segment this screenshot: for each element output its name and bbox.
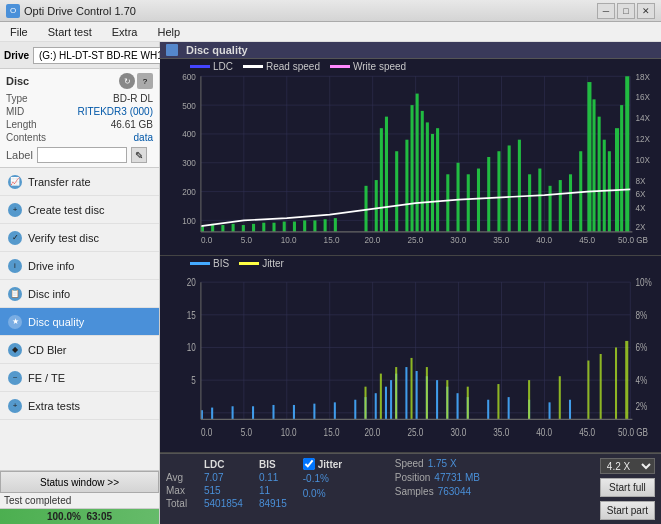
svg-rect-83: [587, 82, 591, 232]
transfer-rate-label: Transfer rate: [28, 176, 91, 188]
menu-file[interactable]: File: [4, 23, 34, 41]
svg-rect-131: [232, 406, 234, 419]
disc-length-row: Length 46.61 GB: [6, 119, 153, 130]
svg-rect-132: [252, 406, 254, 419]
sidebar-item-transfer-rate[interactable]: 📈 Transfer rate: [0, 168, 159, 196]
svg-text:15: 15: [187, 310, 196, 321]
start-part-button[interactable]: Start part: [600, 501, 655, 520]
svg-text:8X: 8X: [635, 175, 645, 186]
stats-table: LDC BIS Avg 7.07 0.11 Max 515 11 Total 5…: [166, 458, 295, 510]
cd-bler-label: CD Bler: [28, 344, 67, 356]
chart-header: Disc quality: [160, 42, 661, 59]
menubar: File Start test Extra Help: [0, 22, 661, 42]
svg-rect-163: [528, 380, 530, 419]
jitter-legend-color: [239, 262, 259, 265]
speed-dropdown[interactable]: 4.2 X: [600, 458, 655, 474]
disc-mid-value: RITEKDR3 (000): [77, 106, 153, 117]
svg-rect-130: [211, 408, 213, 420]
svg-text:600: 600: [182, 71, 196, 82]
maximize-button[interactable]: □: [617, 3, 635, 19]
svg-rect-77: [528, 174, 531, 232]
read-speed-legend-label: Read speed: [266, 61, 320, 72]
svg-text:0.0: 0.0: [201, 235, 213, 246]
svg-rect-155: [364, 387, 366, 420]
svg-rect-88: [615, 128, 619, 232]
svg-text:400: 400: [182, 129, 196, 140]
chart-title: Disc quality: [186, 44, 248, 56]
svg-text:30.0: 30.0: [450, 235, 466, 246]
svg-text:15.0: 15.0: [324, 235, 340, 246]
status-window-button[interactable]: Status window >>: [0, 471, 159, 493]
menu-extra[interactable]: Extra: [106, 23, 144, 41]
label-edit-icon[interactable]: ✎: [131, 147, 147, 163]
minimize-button[interactable]: ─: [597, 3, 615, 19]
svg-rect-161: [467, 387, 469, 420]
svg-text:45.0: 45.0: [579, 427, 595, 438]
svg-text:35.0: 35.0: [493, 235, 509, 246]
action-section: 4.2 X Start full Start part: [600, 458, 655, 520]
disc-label-input[interactable]: [37, 147, 127, 163]
fe-te-icon: ~: [8, 371, 22, 385]
svg-text:25.0: 25.0: [407, 427, 423, 438]
write-speed-legend-color: [330, 65, 350, 68]
svg-text:2%: 2%: [635, 401, 647, 412]
disc-length-value: 46.61 GB: [111, 119, 153, 130]
sidebar-item-disc-info[interactable]: 📋 Disc info: [0, 280, 159, 308]
disc-contents-row: Contents data: [6, 132, 153, 143]
close-button[interactable]: ✕: [637, 3, 655, 19]
svg-rect-66: [426, 122, 429, 232]
main-area: Drive (G:) HL-DT-ST BD-RE WH16NS48 1.D3 …: [0, 42, 661, 524]
svg-rect-70: [457, 163, 460, 232]
svg-rect-69: [446, 174, 449, 232]
svg-rect-80: [559, 180, 562, 232]
sidebar-item-drive-info[interactable]: i Drive info: [0, 252, 159, 280]
svg-rect-52: [293, 222, 296, 232]
svg-rect-146: [436, 380, 438, 419]
drive-info-label: Drive info: [28, 260, 74, 272]
drive-bar: Drive (G:) HL-DT-ST BD-RE WH16NS48 1.D3 …: [0, 42, 159, 69]
jitter-checkbox-row: Jitter: [303, 458, 383, 470]
sidebar-item-cd-bler[interactable]: ◆ CD Bler: [0, 336, 159, 364]
svg-rect-140: [385, 387, 387, 420]
svg-text:30.0: 30.0: [450, 427, 466, 438]
disc-type-row: Type BD-R DL: [6, 93, 153, 104]
jitter-checkbox[interactable]: [303, 458, 315, 470]
stats-bar: LDC BIS Avg 7.07 0.11 Max 515 11 Total 5…: [160, 453, 661, 524]
disc-type-value: BD-R DL: [113, 93, 153, 104]
chart-header-icon: [166, 44, 178, 56]
svg-rect-154: [569, 400, 571, 420]
svg-rect-136: [334, 402, 336, 419]
svg-rect-58: [375, 180, 378, 232]
sidebar-item-extra-tests[interactable]: + Extra tests: [0, 392, 159, 420]
svg-rect-51: [283, 222, 286, 232]
svg-text:8%: 8%: [635, 310, 647, 321]
sidebar-item-create-test-disc[interactable]: + Create test disc: [0, 196, 159, 224]
svg-rect-84: [592, 99, 595, 232]
svg-text:12X: 12X: [635, 134, 650, 145]
menu-start-test[interactable]: Start test: [42, 23, 98, 41]
bis-legend-label: BIS: [213, 258, 229, 269]
svg-rect-135: [313, 404, 315, 420]
status-area: Status window >> Test completed 100.0% 6…: [0, 470, 159, 524]
svg-rect-50: [272, 223, 275, 232]
svg-text:40.0: 40.0: [536, 235, 552, 246]
disc-refresh-icon[interactable]: ↻: [119, 73, 135, 89]
sidebar-item-disc-quality[interactable]: ★ Disc quality: [0, 308, 159, 336]
speed-value: 1.75 X: [428, 458, 457, 469]
svg-rect-49: [262, 223, 265, 232]
max-ldc: 515: [196, 484, 251, 497]
disc-label-text: Label: [6, 149, 33, 161]
sidebar-item-fe-te[interactable]: ~ FE / TE: [0, 364, 159, 392]
svg-text:10%: 10%: [635, 277, 651, 288]
sidebar-item-verify-test-disc[interactable]: ✓ Verify test disc: [0, 224, 159, 252]
svg-rect-141: [390, 380, 392, 419]
menu-help[interactable]: Help: [151, 23, 186, 41]
start-full-button[interactable]: Start full: [600, 478, 655, 497]
max-label: Max: [166, 484, 196, 497]
left-panel: Drive (G:) HL-DT-ST BD-RE WH16NS48 1.D3 …: [0, 42, 160, 524]
svg-rect-60: [385, 117, 388, 232]
create-test-disc-label: Create test disc: [28, 204, 104, 216]
speed-row: Speed 1.75 X: [395, 458, 480, 469]
titlebar-left: O Opti Drive Control 1.70: [6, 4, 136, 18]
disc-info-icon[interactable]: ?: [137, 73, 153, 89]
